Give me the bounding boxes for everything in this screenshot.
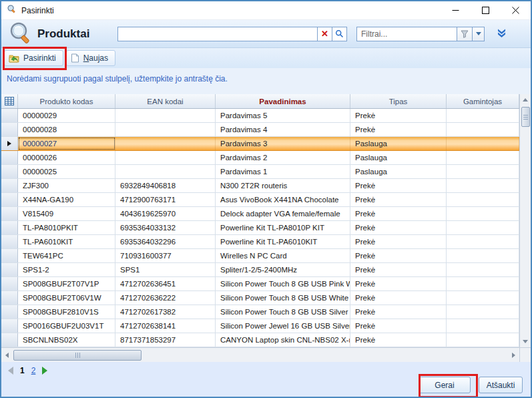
table-cell: 4712900763171 [115, 193, 216, 206]
current-row-marker-icon [7, 141, 11, 146]
table-cell: 710931600377 [115, 249, 216, 262]
table-row[interactable]: 00000025Pardavimas 1Paslauga [1, 165, 519, 179]
table-row[interactable]: SPS1-2SPS1Spliter/1-2/5-2400MHzPrekė [1, 263, 519, 277]
vertical-scroll-thumb[interactable] [521, 107, 530, 127]
minimize-button[interactable] [441, 1, 471, 19]
table-cell: Prekė [350, 277, 447, 290]
scroll-up-button[interactable] [520, 94, 531, 106]
table-cell: Delock adapter VGA female/female [216, 207, 350, 220]
column-header-5[interactable]: Gamintojas [447, 94, 519, 108]
magnifier-large-icon [7, 21, 37, 47]
previous-page-icon[interactable] [8, 367, 13, 375]
scroll-right-button[interactable] [508, 349, 519, 361]
table-cell: SP0016GBUF2U03V1T [18, 319, 115, 333]
horizontal-scroll-thumb[interactable] [13, 350, 142, 361]
scrollbar-corner [519, 348, 531, 362]
table-cell: TL-PA6010KIT [18, 235, 115, 248]
table-cell [447, 305, 519, 319]
table-row[interactable]: SP008GBUF2810V1S4712702617382Silicon Pow… [1, 305, 519, 319]
chevron-down-icon [476, 32, 481, 35]
table-cell: SPS1-2 [18, 263, 115, 276]
table-cell: Pardavimas 1 [216, 165, 350, 178]
close-button[interactable] [501, 1, 531, 19]
clear-x-icon: ✕ [321, 29, 328, 38]
table-row[interactable]: SBCNLNBS02X8717371853297CANYON Laptop sk… [1, 333, 519, 347]
table-cell: Wirelles N PC Card [216, 249, 350, 262]
table-row[interactable]: SP0016GBUF2U03V1T4712702638141Silicon Po… [1, 319, 519, 333]
new-button-label: Naujas [83, 53, 108, 63]
column-header-4[interactable]: Tipas [350, 94, 447, 108]
table-row[interactable]: TL-PA6010KIT6935364032296Powerline Kit T… [1, 235, 519, 249]
filter-field[interactable]: Filtrai... [356, 27, 457, 41]
vertical-scrollbar[interactable] [519, 94, 531, 347]
horizontal-scrollbar-row [1, 347, 531, 362]
page-title: Produktai [37, 27, 117, 41]
table-row[interactable]: X44NA-GA1904712900763171Asus VivoBook X4… [1, 193, 519, 207]
table-cell: 00000028 [18, 123, 115, 136]
table-cell: Pardavimas 4 [216, 123, 350, 136]
table-cell: CANYON Laptop skin CNL-NBS02 X-r [216, 333, 350, 347]
header-band: Produktai ✕ Filtrai... [1, 20, 531, 48]
table-cell: TL-PA8010PKIT [18, 221, 115, 234]
search-input[interactable] [117, 27, 318, 41]
table-cell: Prekė [350, 263, 447, 276]
row-selector [1, 123, 18, 136]
table-row[interactable]: 00000028Pardavimas 4Prekė [1, 123, 519, 137]
table-row[interactable]: 00000026Pardavimas 2Paslauga [1, 151, 519, 165]
group-by-panel[interactable]: Norėdami sugrupuoti pagal stulpelį, užte… [1, 68, 531, 94]
table-cell: 4712702636222 [115, 291, 216, 305]
table-row[interactable]: TEW641PC710931600377Wirelles N PC CardPr… [1, 249, 519, 263]
table-cell: Prekė [350, 305, 447, 319]
table-row[interactable]: V8154094043619625970Delock adapter VGA f… [1, 207, 519, 221]
next-page-icon[interactable] [42, 367, 47, 375]
grid-corner-button[interactable] [1, 94, 18, 108]
table-cell [447, 151, 519, 164]
filter-funnel-button[interactable] [457, 27, 473, 41]
table-cell: Prekė [350, 319, 447, 333]
table-cell [447, 319, 519, 333]
table-cell: Pardavimas 5 [216, 109, 350, 122]
table-cell [115, 137, 216, 150]
product-grid: Produkto kodasEAN kodaiPavadinimasTipasG… [1, 94, 531, 347]
ok-button[interactable]: Gerai [419, 377, 471, 393]
column-header-3[interactable]: Pavadinimas [216, 94, 350, 108]
expand-double-chevron-button[interactable] [497, 28, 507, 40]
table-cell: V815409 [18, 207, 115, 220]
table-cell [447, 249, 519, 262]
row-selector [1, 193, 18, 206]
table-cell: TEW641PC [18, 249, 115, 262]
table-cell [447, 123, 519, 136]
scroll-left-button[interactable] [1, 349, 13, 361]
table-cell: Pardavimas 2 [216, 151, 350, 164]
row-selector [1, 151, 18, 164]
scroll-down-button[interactable] [520, 336, 531, 347]
column-header-2[interactable]: EAN kodai [115, 94, 216, 108]
filter-dropdown-button[interactable] [473, 27, 485, 41]
horizontal-scrollbar[interactable] [1, 348, 519, 362]
select-button[interactable]: Pasirinkti [4, 50, 63, 66]
table-row[interactable]: TL-PA8010PKIT6935364033132Powerline Kit … [1, 221, 519, 235]
footer: 12 Gerai Atšaukti [1, 362, 531, 397]
table-row[interactable]: 00000029Pardavimas 5Prekė [1, 109, 519, 123]
table-cell: 4043619625970 [115, 207, 216, 220]
table-row[interactable]: ZJF3006932849406818N300 2T2R routerisPre… [1, 179, 519, 193]
table-cell: Asus VivoBook X441NA Chocolate [216, 193, 350, 206]
maximize-button[interactable] [471, 1, 501, 19]
table-row[interactable]: 00000027Pardavimas 3Paslauga [1, 137, 519, 151]
table-row[interactable]: SP008GBUF2T06V1W4712702636222Silicon Pow… [1, 291, 519, 305]
clear-search-button[interactable]: ✕ [318, 27, 332, 41]
title-bar: Pasirinkti [1, 1, 531, 20]
row-selector [1, 277, 18, 290]
table-row[interactable]: SP008GBUF2T07V1P4712702636451Silicon Pow… [1, 277, 519, 291]
search-button[interactable] [332, 27, 347, 41]
row-selector [1, 263, 18, 276]
table-cell [447, 333, 519, 347]
cancel-button[interactable]: Atšaukti [479, 377, 523, 393]
new-button[interactable]: Naujas [66, 50, 115, 66]
table-cell: 6935364033132 [115, 221, 216, 234]
table-cell: Spliter/1-2/5-2400MHz [216, 263, 350, 276]
table-cell [447, 193, 519, 206]
column-header-1[interactable]: Produkto kodas [18, 94, 115, 108]
page-link[interactable]: 2 [31, 366, 36, 375]
toolbar: Pasirinkti Naujas [1, 48, 531, 68]
